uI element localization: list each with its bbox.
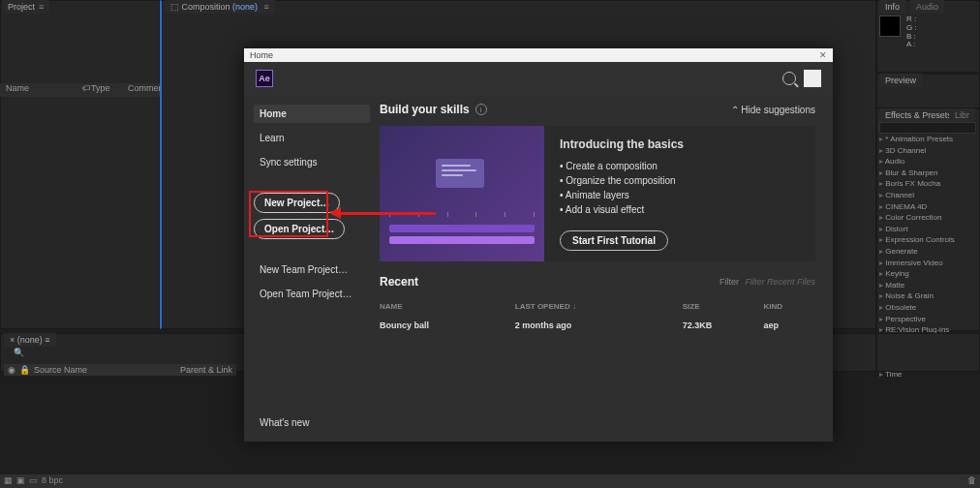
- close-icon[interactable]: ≡: [39, 2, 44, 12]
- project-toolbar: ▦ ▣ ▭ 8 bpc 🗑: [0, 474, 980, 488]
- skills-card: |||||| Introducing the basics Create a c…: [380, 126, 815, 261]
- bpc-label[interactable]: 8 bpc: [42, 475, 63, 487]
- cell-name: Bouncy ball: [380, 315, 515, 336]
- list-item[interactable]: Perspective: [879, 314, 978, 325]
- close-icon[interactable]: ✕: [819, 50, 827, 60]
- recent-section: Recent Filter Filter Recent Files Name L…: [380, 275, 815, 336]
- info-tab[interactable]: Info: [879, 0, 905, 14]
- start-first-tutorial-button[interactable]: Start First Tutorial: [560, 230, 668, 251]
- list-item[interactable]: Color Correction: [879, 212, 978, 224]
- list-item[interactable]: Matte: [879, 280, 978, 291]
- comp-tab-name: (none): [232, 2, 258, 12]
- home-header: Ae: [244, 62, 833, 95]
- sidebar-item-whats-new[interactable]: What's new: [254, 413, 370, 432]
- home-titlebar: Home ✕: [244, 48, 833, 62]
- list-item[interactable]: Expression Controls: [879, 234, 978, 246]
- composition-panel-tab[interactable]: ⬚ Composition (none) ≡: [165, 0, 275, 14]
- timeline-tab[interactable]: × (none) ≡: [4, 333, 56, 347]
- sidebar-item-new-team-project[interactable]: New Team Project…: [254, 260, 370, 279]
- ae-logo-icon: Ae: [256, 70, 273, 87]
- list-item[interactable]: Distort: [879, 224, 978, 235]
- new-project-button[interactable]: New Project…: [254, 193, 340, 213]
- list-item[interactable]: * Animation Presets: [879, 134, 978, 145]
- project-panel: [0, 0, 160, 329]
- sidebar-item-sync-settings[interactable]: Sync settings: [254, 153, 370, 171]
- tutorial-thumbnail: ||||||: [380, 126, 544, 261]
- preview-tab[interactable]: Preview: [879, 74, 922, 87]
- col-name[interactable]: Name: [380, 298, 515, 315]
- list-item[interactable]: Generate: [879, 246, 978, 258]
- build-skills-heading: Build your skills: [380, 103, 470, 116]
- project-tab-label: Project: [8, 2, 35, 12]
- list-item[interactable]: Noise & Grain: [879, 290, 978, 302]
- audio-tab[interactable]: Audio: [910, 0, 944, 14]
- list-item[interactable]: Immersive Video: [879, 258, 978, 269]
- project-panel-tab[interactable]: Project≡: [2, 0, 49, 14]
- search-icon[interactable]: 🔍: [14, 348, 24, 357]
- list-item[interactable]: 3D Channel: [879, 145, 978, 157]
- home-sidebar: Home Learn Sync settings New Project… Op…: [244, 95, 380, 442]
- rgba-readout: R :G :B :A :: [906, 15, 917, 49]
- tutorial-bullets: Create a composition Organize the compos…: [560, 159, 800, 217]
- col-name[interactable]: Name: [0, 83, 82, 97]
- tag-icon: 🏷: [82, 83, 91, 97]
- list-item: Create a composition: [560, 159, 800, 173]
- filter-input[interactable]: Filter Recent Files: [745, 277, 815, 287]
- col-type[interactable]: Type: [91, 83, 128, 97]
- libraries-tab[interactable]: Libr: [949, 108, 975, 122]
- col-size[interactable]: Size: [683, 298, 764, 315]
- bin-icon[interactable]: ▦: [4, 475, 13, 487]
- folder-icon[interactable]: ▣: [16, 475, 25, 487]
- table-row[interactable]: Bouncy ball 2 months ago 72.3KB aep: [380, 315, 815, 336]
- open-project-button[interactable]: Open Project…: [254, 219, 345, 239]
- col-parent[interactable]: Parent & Link: [180, 365, 232, 375]
- list-item: Add a visual effect: [560, 202, 800, 217]
- list-item[interactable]: Audio: [879, 156, 978, 168]
- comp-tab-prefix: Composition: [182, 2, 230, 12]
- list-item[interactable]: Keying: [879, 268, 978, 280]
- cell-kind: aep: [763, 315, 815, 336]
- hide-suggestions-button[interactable]: Hide suggestions: [731, 105, 816, 115]
- avatar[interactable]: [804, 70, 821, 87]
- list-item[interactable]: Obsolete: [879, 302, 978, 314]
- list-item: Organize the composition: [560, 173, 800, 188]
- lock-icon[interactable]: 🔒: [19, 365, 30, 375]
- cell-size: 72.3KB: [683, 315, 764, 336]
- timeline-toolbar: 🔍: [4, 347, 236, 358]
- color-swatch: [879, 15, 901, 37]
- recent-filter: Filter Filter Recent Files: [720, 277, 815, 287]
- col-last-opened[interactable]: Last Opened: [515, 298, 683, 315]
- home-title: Home: [250, 50, 273, 60]
- effects-presets-tab[interactable]: Effects & Presets: [879, 108, 958, 122]
- sidebar-item-learn[interactable]: Learn: [254, 129, 370, 147]
- home-main: Build your skills i Hide suggestions |||…: [380, 95, 833, 442]
- eye-icon[interactable]: ◉: [8, 365, 15, 375]
- timeline-columns: ◉ 🔒 Source Name Parent & Link: [4, 364, 236, 376]
- sidebar-item-open-team-project[interactable]: Open Team Project…: [254, 285, 370, 303]
- sidebar-item-home[interactable]: Home: [254, 105, 370, 123]
- cell-last-opened: 2 months ago: [515, 315, 683, 336]
- home-screen-window: Home ✕ Ae Home Learn Sync settings New P…: [244, 48, 833, 442]
- list-item[interactable]: Boris FX Mocha: [879, 178, 978, 190]
- recent-files-table: Name Last Opened Size Kind Bouncy ball 2…: [380, 298, 815, 336]
- close-icon[interactable]: ≡: [264, 2, 269, 12]
- effects-search-input[interactable]: [879, 122, 976, 134]
- list-item[interactable]: Blur & Sharpen: [879, 168, 978, 179]
- timeline-ruler-panel: [876, 333, 980, 372]
- col-kind[interactable]: Kind: [763, 298, 815, 315]
- tutorial-title: Introducing the basics: [560, 137, 800, 151]
- col-source[interactable]: Source Name: [34, 365, 87, 375]
- list-item[interactable]: Channel: [879, 190, 978, 201]
- search-icon[interactable]: [782, 72, 796, 85]
- list-item[interactable]: CINEMA 4D: [879, 201, 978, 213]
- info-icon[interactable]: i: [475, 104, 487, 115]
- list-item: Animate layers: [560, 188, 800, 202]
- filter-label: Filter: [720, 277, 739, 287]
- new-comp-icon[interactable]: ▭: [29, 475, 38, 487]
- trash-icon[interactable]: 🗑: [967, 475, 976, 487]
- link-icon: ⬚: [170, 2, 179, 12]
